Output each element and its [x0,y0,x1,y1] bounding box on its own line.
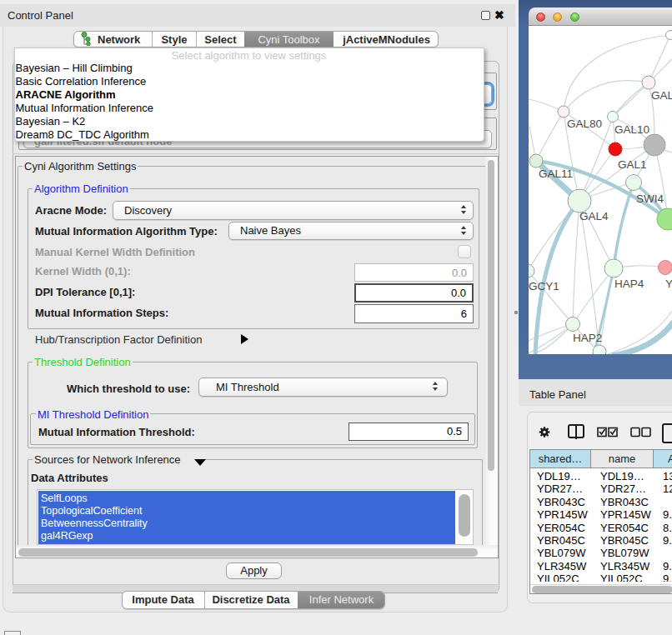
svg-text:GAL1: GAL1 [618,158,647,171]
svg-text:GAL: GAL [651,89,672,102]
svg-text:GAL80: GAL80 [567,118,602,130]
svg-text:HAP4: HAP4 [614,278,644,290]
svg-text:GAL11: GAL11 [539,168,573,180]
svg-text:GCY1: GCY1 [529,280,559,292]
svg-text:Y: Y [665,278,672,290]
svg-text:SWI4: SWI4 [636,192,664,205]
svg-text:HAP2: HAP2 [573,332,602,344]
svg-text:GAL10: GAL10 [614,123,649,136]
svg-text:GAL4: GAL4 [579,210,609,222]
